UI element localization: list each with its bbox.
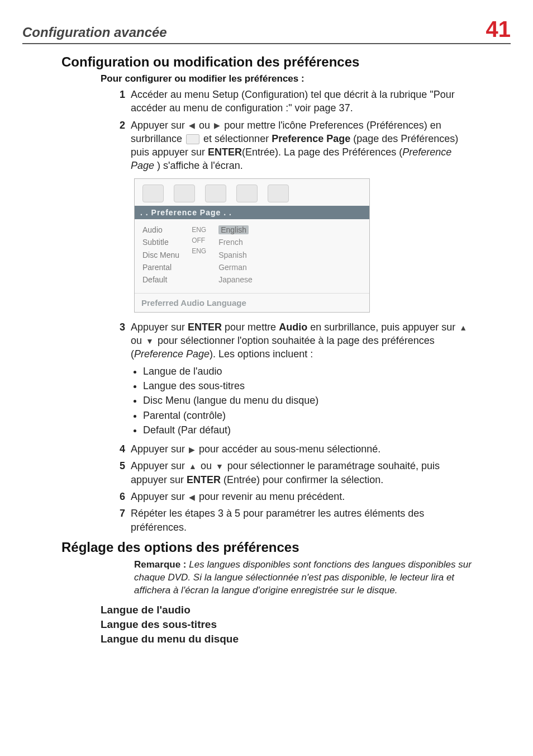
step-text: Répéter les étapes 3 à 5 pour paramétrer…: [131, 507, 477, 534]
step-text: Appuyer sur ▶ pour accéder au sous-menu …: [131, 442, 477, 456]
bold-term: Preference Page: [272, 133, 350, 144]
screenshot-value-highlight: English: [218, 225, 249, 234]
bold-term: ENTER: [188, 322, 222, 333]
list-item: Disc Menu (langue du menu du disque): [143, 394, 477, 407]
section-name: Configuration avancée: [22, 25, 167, 40]
step-number: 6: [112, 490, 125, 503]
screenshot-codes-col: ENG Off ENG: [192, 224, 218, 286]
step-number: 4: [112, 442, 125, 456]
note-label: Remarque :: [134, 559, 187, 570]
text: Appuyer sur: [131, 460, 188, 471]
bold-term: ENTER: [187, 474, 221, 485]
text: ou: [199, 120, 213, 131]
options-bullet-list: Langue de l'audio Langue des sous-titres…: [143, 365, 477, 437]
screenshot-label: Disc Menu: [142, 249, 179, 261]
language-option: Langue de l'audio: [101, 604, 511, 616]
up-arrow-icon: ▲: [458, 323, 468, 333]
screenshot-label: Default: [142, 273, 179, 286]
list-item: Langue de l'audio: [143, 365, 477, 378]
screenshot-value: French: [218, 236, 253, 248]
screenshot-body: Audio Subtitle Disc Menu Parental Defaul…: [135, 219, 369, 293]
text: ou: [131, 335, 145, 346]
text: pour mettre: [225, 322, 279, 333]
steps-list-cont: 3 Appuyer sur ENTER pour mettre Audio en…: [112, 320, 477, 534]
screenshot-icon: [205, 185, 226, 202]
text: Appuyer sur: [131, 491, 188, 502]
down-arrow-icon: ▼: [215, 461, 225, 472]
config-subheading: Pour configurer ou modifier les préféren…: [101, 73, 511, 84]
screenshot-code: ENG: [192, 225, 206, 235]
screenshot-code: ENG: [192, 246, 206, 257]
screenshot-label: Audio: [142, 224, 179, 236]
list-item: Parental (contrôle): [143, 409, 477, 422]
step-3: 3 Appuyer sur ENTER pour mettre Audio en…: [112, 320, 477, 439]
left-arrow-icon: ◀: [188, 120, 196, 131]
left-arrow-icon: ◀: [188, 492, 196, 503]
screenshot-code: Off: [192, 235, 206, 246]
text: Appuyer sur: [131, 120, 188, 131]
text: et sélectionner: [203, 133, 272, 144]
step-text: Accéder au menu Setup (Configuration) te…: [131, 88, 477, 115]
page-number: 41: [486, 17, 511, 42]
text: ou: [201, 460, 215, 471]
bold-term: Audio: [279, 322, 307, 333]
note-block: Remarque : Les langues disponibles sont …: [134, 559, 477, 597]
preference-page-screenshot: . . Preference Page . . Audio Subtitle D…: [134, 178, 370, 313]
language-option: Langue du menu du disque: [101, 633, 511, 645]
step-6: 6 Appuyer sur ◀ pour revenir au menu pré…: [112, 490, 477, 503]
right-arrow-icon: ▶: [213, 120, 221, 131]
step-text: Appuyer sur ◀ pour revenir au menu précé…: [131, 490, 477, 503]
text: ). Les options incluent :: [210, 348, 313, 360]
screenshot-icon-row: [135, 179, 369, 206]
step-text: Appuyer sur ENTER pour mettre Audio en s…: [131, 320, 477, 439]
step-number: 3: [112, 320, 125, 334]
options-heading: Réglage des options des préférences: [61, 540, 511, 555]
step-7: 7 Répéter les étapes 3 à 5 pour paramétr…: [112, 507, 477, 534]
screenshot-value: Spanish: [218, 249, 253, 261]
text: pour accéder au sous-menu sélectionné.: [199, 443, 380, 455]
screenshot-label: Subtitle: [142, 236, 179, 248]
step-2: 2 Appuyer sur ◀ ou ▶ pour mettre l'icône…: [112, 119, 477, 173]
screenshot-icon: [236, 185, 258, 202]
list-item: Default (Par défaut): [143, 423, 477, 437]
screenshot-title: . . Preference Page . .: [135, 206, 369, 219]
step-5: 5 Appuyer sur ▲ ou ▼ pour sélectionner l…: [112, 459, 477, 486]
screenshot-value: German: [218, 261, 253, 273]
screenshot-icon: [174, 185, 195, 202]
language-option: Langue des sous-titres: [101, 618, 511, 631]
down-arrow-icon: ▼: [145, 336, 155, 347]
italic-term: Preference Page: [134, 348, 210, 360]
step-text: Appuyer sur ▲ ou ▼ pour sélectionner le …: [131, 459, 477, 486]
text: ) s'affiche à l'écran.: [157, 160, 243, 171]
screenshot-labels-col: Audio Subtitle Disc Menu Parental Defaul…: [142, 224, 192, 286]
step-number: 5: [112, 459, 125, 472]
screenshot-values-col: English French Spanish German Japanese: [218, 224, 265, 286]
list-item: Langue des sous-titres: [143, 379, 477, 393]
bold-term: ENTER: [208, 147, 242, 158]
step-4: 4 Appuyer sur ▶ pour accéder au sous-men…: [112, 442, 477, 456]
right-arrow-icon: ▶: [188, 445, 196, 455]
step-number: 7: [112, 507, 125, 520]
text: pour revenir au menu précédent.: [199, 491, 345, 502]
screenshot-icon: [268, 185, 289, 202]
step-text: Appuyer sur ◀ ou ▶ pour mettre l'icône P…: [131, 119, 477, 173]
text: Appuyer sur: [131, 443, 188, 455]
page-header: Configuration avancée 41: [22, 17, 511, 44]
step-number: 2: [112, 119, 125, 132]
step-number: 1: [112, 88, 125, 101]
text: (Entrée). La page des Préférences (: [242, 147, 402, 158]
text: Appuyer sur: [131, 322, 188, 333]
screenshot-label: Parental: [142, 261, 179, 273]
text: en surbrillance, puis appuyer sur: [310, 322, 458, 333]
config-heading: Configuration ou modification des préfér…: [61, 54, 511, 70]
up-arrow-icon: ▲: [188, 461, 198, 472]
step-1: 1 Accéder au menu Setup (Configuration) …: [112, 88, 477, 115]
screenshot-icon: [142, 185, 164, 202]
screenshot-value: Japanese: [218, 273, 253, 286]
steps-list: 1 Accéder au menu Setup (Configuration) …: [112, 88, 477, 173]
preferences-icon: [186, 134, 199, 144]
text: (Entrée) pour confirmer la sélection.: [223, 474, 383, 485]
screenshot-footer: Preferred Audio Language: [135, 293, 369, 312]
language-options-list: Langue de l'audio Langue des sous-titres…: [101, 604, 511, 645]
